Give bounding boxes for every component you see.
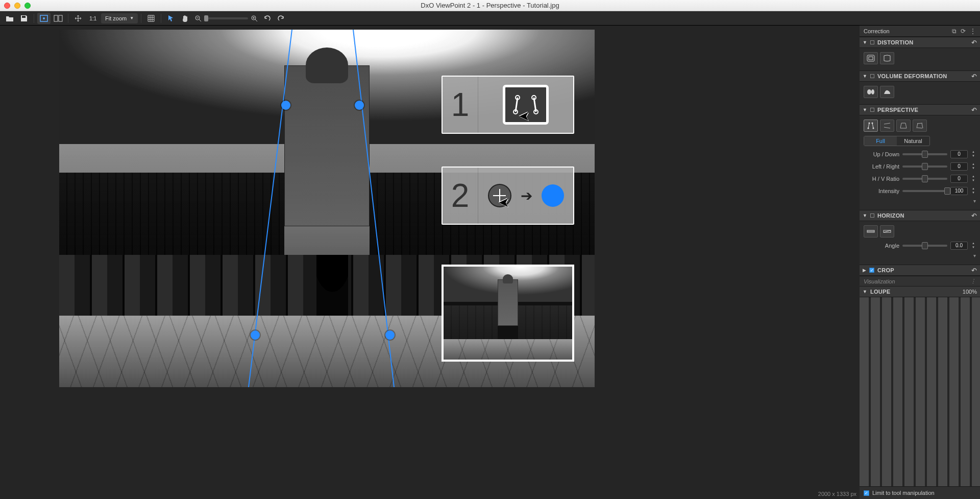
perspective-handle[interactable] [251, 330, 260, 340]
side-panel: Correction ⧉ ⟳ ⋮ ▼ DISTORTION ↶ [860, 26, 980, 499]
perspective-tool-icon: ➤ [503, 85, 549, 125]
zoom-in-button[interactable] [249, 13, 259, 24]
value-field[interactable]: 0 [950, 175, 968, 183]
zoom-out-button[interactable] [193, 13, 203, 24]
perspective-8point-button[interactable] [913, 120, 927, 132]
limit-to-tool-row[interactable]: ✓ Limit to tool manipulation [860, 486, 980, 499]
save-button[interactable] [17, 13, 31, 24]
value-field[interactable]: 100 [950, 187, 968, 195]
zoom-slider[interactable] [204, 17, 248, 19]
slider-track[interactable] [902, 245, 947, 247]
slider-label: Left / Right [864, 163, 899, 170]
slider-thumb[interactable] [922, 151, 928, 158]
menu-icon[interactable]: ⋮ [970, 278, 976, 284]
svg-rect-3 [59, 15, 62, 21]
reset-icon[interactable]: ↶ [971, 212, 977, 220]
refresh-icon[interactable]: ⟳ [961, 28, 966, 35]
workspace: 1 ➤ 2 [0, 26, 980, 499]
loupe-view[interactable] [860, 297, 980, 486]
section-loupe[interactable]: ▼ LOUPE 100% [860, 286, 980, 297]
perspective-vertical-button[interactable] [864, 120, 878, 132]
menu-icon[interactable]: ⋮ [970, 28, 976, 35]
svg-rect-2 [54, 15, 58, 21]
hand-tool-button[interactable] [179, 13, 192, 24]
disclosure-icon: ▼ [863, 107, 867, 112]
section-volume-deformation[interactable]: ▼ VOLUME DEFORMATION ↶ [860, 70, 980, 82]
toolbar: 1:1 Fit zoom ▼ [0, 11, 980, 26]
value-stepper[interactable]: ▲▼ [971, 150, 976, 158]
section-crop[interactable]: ▶ ✓ CROP ↶ [860, 265, 980, 276]
cursor-icon: ➤ [519, 108, 530, 124]
single-view-button[interactable] [37, 13, 51, 24]
open-button[interactable] [3, 13, 16, 24]
distortion-auto-button[interactable] [864, 52, 878, 64]
volume-diagonal-button[interactable] [880, 86, 894, 98]
image-viewport[interactable]: 1 ➤ 2 [59, 30, 595, 387]
close-icon[interactable] [4, 3, 10, 9]
fit-zoom-dropdown[interactable]: Fit zoom ▼ [101, 13, 138, 23]
popout-icon[interactable]: ⧉ [952, 28, 957, 35]
reset-icon[interactable]: ↶ [971, 267, 977, 274]
actual-pixels-button[interactable]: 1:1 [86, 13, 100, 24]
undo-button[interactable] [260, 13, 274, 24]
pointer-tool-button[interactable] [164, 13, 178, 24]
grid-button[interactable] [144, 13, 158, 24]
horizon-auto-button[interactable] [864, 225, 878, 237]
slider-label: Intensity [864, 188, 899, 194]
handle-icon [542, 184, 564, 207]
reset-icon[interactable]: ↶ [971, 73, 977, 80]
enable-checkbox[interactable]: ✓ [869, 268, 874, 273]
value-stepper[interactable]: ▲▼ [971, 175, 976, 183]
value-field[interactable]: 0 [950, 162, 968, 171]
checkbox-icon[interactable]: ✓ [864, 490, 869, 496]
slider-thumb[interactable] [944, 187, 950, 195]
section-perspective[interactable]: ▼ PERSPECTIVE ↶ [860, 104, 980, 115]
section-horizon[interactable]: ▼ HORIZON ↶ [860, 210, 980, 221]
slider-track[interactable] [902, 190, 947, 192]
separator [34, 14, 34, 23]
section-title: HORIZON [877, 212, 904, 219]
slider-thumb[interactable] [922, 163, 928, 170]
value-stepper[interactable]: ▲▼ [971, 242, 976, 250]
slider-track[interactable] [902, 165, 947, 168]
maximize-icon[interactable] [24, 3, 31, 9]
enable-checkbox[interactable] [870, 213, 874, 218]
section-distortion[interactable]: ▼ DISTORTION ↶ [860, 37, 980, 48]
minimize-icon[interactable] [14, 3, 20, 9]
value-field[interactable]: 0 [950, 150, 968, 158]
enable-checkbox[interactable] [870, 74, 874, 78]
perspective-horizontal-button[interactable] [880, 120, 894, 132]
perspective-handle[interactable] [385, 330, 395, 340]
value-stepper[interactable]: ▲▼ [971, 162, 976, 171]
distortion-manual-button[interactable] [880, 52, 894, 64]
panel-title: Visualization [864, 278, 895, 284]
value-field[interactable]: 0.0 [950, 242, 968, 250]
slider-thumb[interactable] [922, 175, 928, 182]
perspective-rectangle-button[interactable] [896, 120, 911, 132]
slider-track[interactable] [902, 153, 947, 155]
perspective-mode-segment[interactable]: Full Natural [864, 136, 930, 146]
move-tool-button[interactable] [71, 13, 85, 24]
segment-full[interactable]: Full [864, 136, 897, 146]
reset-icon[interactable]: ↶ [971, 39, 977, 46]
slider-thumb[interactable] [922, 242, 928, 249]
reset-icon[interactable]: ↶ [971, 106, 977, 114]
perspective-handle[interactable] [281, 101, 290, 110]
disclosure-icon: ▼ [863, 213, 867, 218]
advanced-toggle-icon[interactable]: ▾ [864, 198, 976, 204]
compare-view-button[interactable] [52, 13, 65, 24]
value-stepper[interactable]: ▲▼ [971, 187, 976, 195]
volume-horizontal-button[interactable] [864, 86, 878, 98]
horizon-manual-button[interactable] [880, 225, 894, 237]
disclosure-icon: ▼ [863, 289, 867, 294]
segment-natural[interactable]: Natural [897, 136, 929, 146]
loupe-zoom-value[interactable]: 100% [963, 289, 977, 295]
perspective-handle[interactable] [355, 101, 364, 110]
enable-checkbox[interactable] [870, 40, 874, 44]
slider-track[interactable] [902, 178, 947, 180]
canvas-area[interactable]: 1 ➤ 2 [0, 26, 860, 499]
slider-label: Angle [864, 243, 899, 249]
advanced-toggle-icon[interactable]: ▾ [864, 253, 976, 258]
enable-checkbox[interactable] [870, 108, 874, 112]
redo-button[interactable] [275, 13, 288, 24]
